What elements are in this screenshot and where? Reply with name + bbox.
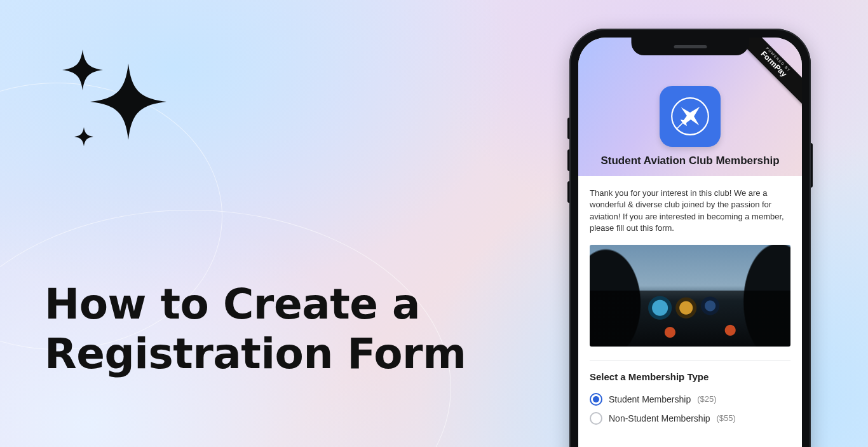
form-hero-image xyxy=(590,245,790,347)
radio-label: Non-Student Membership xyxy=(609,413,710,423)
phone-notch xyxy=(632,38,749,55)
airplane-icon xyxy=(660,86,721,147)
radio-option-nonstudent[interactable]: Non-Student Membership ($55) xyxy=(590,409,790,428)
radio-option-student[interactable]: Student Membership ($25) xyxy=(590,390,790,409)
radio-icon xyxy=(590,412,602,425)
phone-mockup: POWERED BY FormPay xyxy=(569,29,811,447)
phone-screen: POWERED BY FormPay xyxy=(578,38,802,447)
form-intro-text: Thank you for your interest in this club… xyxy=(590,188,790,235)
form-header: POWERED BY FormPay xyxy=(578,38,802,176)
radio-icon xyxy=(590,393,602,406)
form-body: Thank you for your interest in this club… xyxy=(578,176,802,428)
radio-price: ($25) xyxy=(697,394,716,404)
page-headline: How to Create a Registration Form xyxy=(44,280,527,379)
sparkle-icon xyxy=(44,45,184,159)
hero-graphic: How to Create a Registration Form POWERE… xyxy=(0,0,868,447)
membership-section-heading: Select a Membership Type xyxy=(590,371,790,382)
radio-price: ($55) xyxy=(717,413,736,423)
form-title: Student Aviation Club Membership xyxy=(592,155,788,167)
radio-label: Student Membership xyxy=(609,394,691,404)
divider xyxy=(590,361,790,361)
svg-line-2 xyxy=(677,125,681,128)
